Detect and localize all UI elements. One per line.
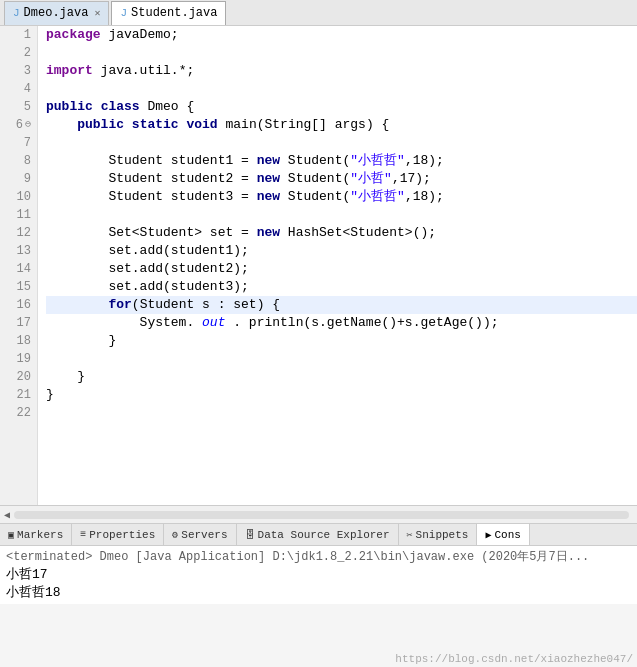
line-num-5: 5: [0, 98, 37, 116]
code-line-10: Student student3 = new Student("小哲哲",18)…: [46, 188, 637, 206]
tab-snippets-label: Snippets: [416, 529, 469, 541]
line-num-9: 9: [0, 170, 37, 188]
bottom-tab-bar: ▣ Markers ≡ Properties ⚙ Servers 🗄 Data …: [0, 524, 637, 546]
tab-student-label: Student.java: [131, 6, 217, 20]
code-line-14: set.add(student2);: [46, 260, 637, 278]
bottom-section: ▣ Markers ≡ Properties ⚙ Servers 🗄 Data …: [0, 524, 637, 667]
line-num-18: 18: [0, 332, 37, 350]
tab-dmeo-label: Dmeo.java: [24, 6, 89, 20]
code-line-4: [46, 80, 637, 98]
tab-snippets[interactable]: ✂ Snippets: [399, 524, 478, 546]
code-editor: 1 2 3 4 5 6⊖ 7 8 9 10 11 12 13 14 15 16 …: [0, 26, 637, 506]
code-content[interactable]: package javaDemo; import java.util.*; pu…: [38, 26, 637, 505]
editor-tab-bar: J Dmeo.java ✕ J Student.java: [0, 0, 637, 26]
scroll-track[interactable]: [14, 511, 629, 519]
code-line-7: [46, 134, 637, 152]
code-line-9: Student student2 = new Student("小哲",17);: [46, 170, 637, 188]
tab-console[interactable]: ▶ Cons: [477, 524, 529, 546]
markers-icon: ▣: [8, 529, 14, 541]
line-num-19: 19: [0, 350, 37, 368]
line-num-21: 21: [0, 386, 37, 404]
tab-servers[interactable]: ⚙ Servers: [164, 524, 236, 546]
code-line-12: Set<Student> set = new HashSet<Student>(…: [46, 224, 637, 242]
code-line-3: import java.util.*;: [46, 62, 637, 80]
line-num-3: 3: [0, 62, 37, 80]
code-line-1: package javaDemo;: [46, 26, 637, 44]
code-line-17: System. out . println(s.getName()+s.getA…: [46, 314, 637, 332]
line-num-1: 1: [0, 26, 37, 44]
line-num-8: 8: [0, 152, 37, 170]
console-output-line-1: 小哲17: [6, 566, 631, 584]
tab-properties-label: Properties: [89, 529, 155, 541]
tab-student-java[interactable]: J Student.java: [111, 1, 226, 25]
tab-markers-label: Markers: [17, 529, 63, 541]
line-num-22: 22: [0, 404, 37, 422]
console-output-line-2: 小哲哲18: [6, 584, 631, 602]
code-line-18: }: [46, 332, 637, 350]
tab-markers[interactable]: ▣ Markers: [0, 524, 72, 546]
line-num-17: 17: [0, 314, 37, 332]
code-line-2: [46, 44, 637, 62]
code-line-20: }: [46, 368, 637, 386]
java-file-icon-2: J: [120, 7, 127, 19]
line-num-2: 2: [0, 44, 37, 62]
tab-dmeo-java[interactable]: J Dmeo.java ✕: [4, 1, 109, 25]
line-num-6[interactable]: 6⊖: [0, 116, 37, 134]
line-num-16: 16: [0, 296, 37, 314]
line-num-12: 12: [0, 224, 37, 242]
scroll-left-btn[interactable]: ◀: [4, 509, 10, 521]
code-line-5: public class Dmeo {: [46, 98, 637, 116]
code-line-11: [46, 206, 637, 224]
line-num-10: 10: [0, 188, 37, 206]
line-num-7: 7: [0, 134, 37, 152]
properties-icon: ≡: [80, 529, 86, 540]
code-line-8: Student student1 = new Student("小哲哲",18)…: [46, 152, 637, 170]
tab-properties[interactable]: ≡ Properties: [72, 524, 164, 546]
line-num-14: 14: [0, 260, 37, 278]
tab-datasource-label: Data Source Explorer: [258, 529, 390, 541]
tab-console-label: Cons: [494, 529, 520, 541]
horizontal-scrollbar[interactable]: ◀: [0, 506, 637, 524]
watermark-text: https://blog.csdn.net/xiaozhezhe047/: [395, 653, 633, 665]
code-line-13: set.add(student1);: [46, 242, 637, 260]
tab-dmeo-close[interactable]: ✕: [94, 7, 100, 19]
console-terminated-line: <terminated> Dmeo [Java Application] D:\…: [6, 548, 631, 566]
console-output: <terminated> Dmeo [Java Application] D:\…: [0, 546, 637, 604]
line-num-15: 15: [0, 278, 37, 296]
tab-servers-label: Servers: [181, 529, 227, 541]
code-line-16: for(Student s : set) {: [46, 296, 637, 314]
line-numbers: 1 2 3 4 5 6⊖ 7 8 9 10 11 12 13 14 15 16 …: [0, 26, 38, 505]
servers-icon: ⚙: [172, 529, 178, 541]
code-line-19: [46, 350, 637, 368]
snippets-icon: ✂: [407, 529, 413, 541]
console-icon: ▶: [485, 529, 491, 541]
line-num-13: 13: [0, 242, 37, 260]
console-panel: <terminated> Dmeo [Java Application] D:\…: [0, 546, 637, 667]
code-line-22: [46, 404, 637, 422]
main-window: J Dmeo.java ✕ J Student.java 1 2 3 4 5 6…: [0, 0, 637, 667]
line-num-11: 11: [0, 206, 37, 224]
java-file-icon: J: [13, 7, 20, 19]
code-line-15: set.add(student3);: [46, 278, 637, 296]
datasource-icon: 🗄: [245, 529, 255, 541]
code-line-21: }: [46, 386, 637, 404]
tab-data-source[interactable]: 🗄 Data Source Explorer: [237, 524, 399, 546]
line-num-4: 4: [0, 80, 37, 98]
code-line-6: public static void main(String[] args) {: [46, 116, 637, 134]
line-num-20: 20: [0, 368, 37, 386]
